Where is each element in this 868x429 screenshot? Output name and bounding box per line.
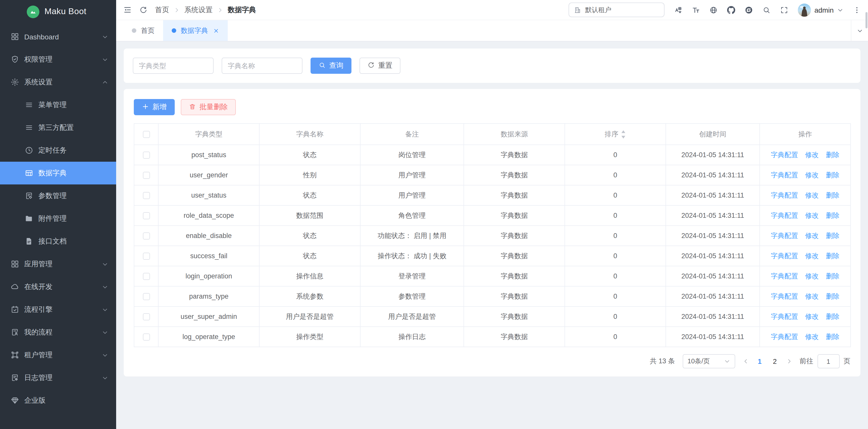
- batch-delete-button[interactable]: 批量删除: [181, 99, 236, 115]
- dict-config-link[interactable]: 字典配置: [771, 333, 798, 340]
- row-checkbox[interactable]: [143, 313, 150, 320]
- font-size-icon[interactable]: [692, 6, 700, 14]
- breadcrumb-system-settings[interactable]: 系统设置: [184, 5, 213, 15]
- sidebar-item[interactable]: 接口文档: [0, 230, 116, 253]
- row-checkbox[interactable]: [143, 273, 150, 280]
- sidebar-item[interactable]: 日志管理: [0, 366, 116, 389]
- github-icon[interactable]: [727, 6, 735, 14]
- sidebar-item[interactable]: 流程引擎: [0, 298, 116, 321]
- sidebar-item[interactable]: 在线开发: [0, 276, 116, 298]
- sidebar-item[interactable]: 菜单管理: [0, 93, 116, 116]
- row-checkbox[interactable]: [143, 253, 150, 260]
- row-checkbox[interactable]: [143, 212, 150, 219]
- avatar[interactable]: [798, 3, 811, 17]
- sidebar-item[interactable]: 我的流程: [0, 321, 116, 344]
- page-size-select[interactable]: 10条/页: [682, 354, 735, 368]
- dict-config-link[interactable]: 字典配置: [771, 151, 798, 159]
- dict-config-link[interactable]: 字典配置: [771, 292, 798, 300]
- dict-config-link[interactable]: 字典配置: [771, 191, 798, 199]
- row-checkbox[interactable]: [143, 192, 150, 199]
- edit-link[interactable]: 修改: [805, 272, 819, 280]
- edit-link[interactable]: 修改: [805, 252, 819, 259]
- delete-link[interactable]: 删除: [826, 313, 839, 320]
- edit-link[interactable]: 修改: [805, 151, 819, 159]
- page-number-1[interactable]: 1: [757, 358, 763, 365]
- tenant-select[interactable]: 默认租户: [568, 2, 664, 17]
- row-checkbox[interactable]: [143, 232, 150, 239]
- delete-link[interactable]: 删除: [826, 232, 839, 239]
- edit-link[interactable]: 修改: [805, 313, 819, 320]
- dict-config-link[interactable]: 字典配置: [771, 252, 798, 259]
- delete-link[interactable]: 删除: [826, 211, 839, 219]
- row-checkbox[interactable]: [143, 334, 150, 341]
- sidebar-fold-icon[interactable]: [123, 5, 132, 14]
- sidebar: Maku Boot Dashboard权限管理系统设置菜单管理第三方配置定时任务…: [0, 0, 116, 429]
- page-scrollbar[interactable]: [866, 12, 868, 28]
- edit-link[interactable]: 修改: [805, 171, 819, 179]
- sidebar-item[interactable]: 权限管理: [0, 48, 116, 71]
- search-icon[interactable]: [763, 6, 771, 14]
- add-button[interactable]: 新增: [134, 99, 175, 115]
- sidebar-item[interactable]: Dashboard: [0, 25, 116, 48]
- next-page-icon[interactable]: [786, 358, 792, 364]
- search-icon: [319, 61, 326, 70]
- row-checkbox[interactable]: [143, 172, 150, 179]
- query-button[interactable]: 查询: [311, 58, 351, 74]
- delete-link[interactable]: 删除: [826, 151, 839, 159]
- fullscreen-icon[interactable]: [780, 6, 788, 14]
- refresh-icon[interactable]: [140, 6, 148, 14]
- delete-link[interactable]: 删除: [826, 292, 839, 300]
- edit-link[interactable]: 修改: [805, 191, 819, 199]
- sidebar-item[interactable]: 定时任务: [0, 139, 116, 162]
- delete-link[interactable]: 删除: [826, 191, 839, 199]
- page-numbers: 12: [757, 358, 778, 365]
- delete-link[interactable]: 删除: [826, 333, 839, 340]
- prev-page-icon[interactable]: [743, 358, 749, 364]
- edit-link[interactable]: 修改: [805, 333, 819, 340]
- edit-link[interactable]: 修改: [805, 211, 819, 219]
- column-header[interactable]: 排序: [565, 123, 666, 145]
- dict-name-input[interactable]: [222, 58, 303, 74]
- sidebar-item[interactable]: 系统设置: [0, 71, 116, 93]
- goto-unit-label: 页: [843, 357, 850, 366]
- sidebar-item[interactable]: 参数管理: [0, 184, 116, 207]
- tenant-value: 默认租户: [585, 5, 612, 15]
- delete-link[interactable]: 删除: [826, 171, 839, 179]
- dict-config-link[interactable]: 字典配置: [771, 211, 798, 219]
- dict-config-link[interactable]: 字典配置: [771, 232, 798, 239]
- close-icon[interactable]: [213, 28, 219, 34]
- sidebar-item[interactable]: 第三方配置: [0, 116, 116, 139]
- edit-link[interactable]: 修改: [805, 292, 819, 300]
- reset-button[interactable]: 重置: [360, 58, 400, 74]
- row-checkbox[interactable]: [143, 293, 150, 300]
- page-content: 查询 重置 新增 批量删除: [116, 41, 868, 429]
- sidebar-item[interactable]: 租户管理: [0, 344, 116, 366]
- dict-type-input[interactable]: [133, 58, 214, 74]
- translate-icon[interactable]: [674, 6, 682, 14]
- gitee-icon[interactable]: [745, 6, 753, 14]
- cell-remark: 岗位管理: [360, 145, 464, 165]
- sort-caret-icon[interactable]: [620, 129, 626, 139]
- select-all-header: [134, 123, 158, 145]
- globe-icon[interactable]: [709, 6, 717, 14]
- select-all-checkbox[interactable]: [143, 131, 150, 138]
- sidebar-item[interactable]: 应用管理: [0, 253, 116, 276]
- sidebar-item[interactable]: 数据字典: [0, 162, 116, 184]
- kebab-menu-icon[interactable]: [853, 6, 861, 14]
- edit-link[interactable]: 修改: [805, 232, 819, 239]
- tab-data-dictionary[interactable]: 数据字典: [163, 20, 228, 41]
- user-menu[interactable]: admin: [798, 3, 843, 17]
- breadcrumb-home[interactable]: 首页: [155, 5, 169, 15]
- sidebar-item[interactable]: 企业版: [0, 389, 116, 412]
- chevron-down-icon: [102, 307, 108, 313]
- dict-config-link[interactable]: 字典配置: [771, 313, 798, 320]
- sidebar-item[interactable]: 附件管理: [0, 207, 116, 230]
- delete-link[interactable]: 删除: [826, 252, 839, 259]
- row-checkbox[interactable]: [143, 151, 150, 159]
- dict-config-link[interactable]: 字典配置: [771, 171, 798, 179]
- dict-config-link[interactable]: 字典配置: [771, 272, 798, 280]
- tab-home[interactable]: 首页: [123, 20, 163, 41]
- delete-link[interactable]: 删除: [826, 272, 839, 280]
- goto-page-input[interactable]: [817, 354, 839, 368]
- page-number-2[interactable]: 2: [772, 358, 778, 365]
